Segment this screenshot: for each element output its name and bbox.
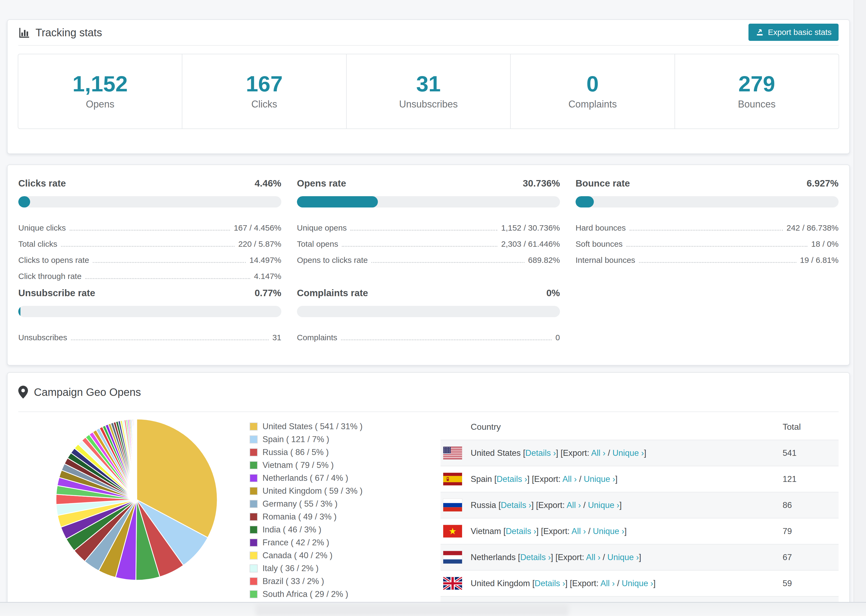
export-unique-link[interactable]: Unique ›: [584, 475, 615, 484]
rate-row-clicks-to-opens-rate: Clicks to opens rate14.497%: [18, 252, 281, 268]
rate-row-label: Click through rate: [18, 272, 82, 281]
export-unique-link[interactable]: Unique ›: [612, 448, 644, 458]
legend-label: Canada ( 40 / 2% ): [263, 551, 332, 560]
flag-ru-icon: [443, 499, 462, 511]
rate-row-value: 2,303 / 61.446%: [501, 239, 560, 248]
country-cell: Vietnam [Details ›] [Export: All › / Uni…: [471, 526, 783, 536]
rate-row-internal-bounces: Internal bounces19 / 6.81%: [576, 252, 839, 268]
flag-es-icon: [443, 473, 462, 486]
table-row-russia: Russia [Details ›] [Export: All › / Uniq…: [441, 492, 839, 518]
progress-bar-fill: [297, 196, 378, 207]
legend-swatch: [250, 577, 258, 585]
dotted-leader: [70, 230, 230, 231]
export-all-link[interactable]: All ›: [591, 448, 605, 458]
total-cell: 541: [783, 448, 839, 458]
page-title: Tracking stats: [36, 27, 102, 39]
bracket-text: ] [Export:: [531, 500, 567, 510]
export-all-link[interactable]: All ›: [562, 475, 576, 484]
bracket-text: ]: [624, 526, 627, 536]
legend-swatch: [250, 448, 258, 456]
legend-item-romania: Romania ( 49 / 3% ): [250, 512, 376, 522]
total-cell: 121: [783, 475, 839, 484]
country-name: United Kingdom: [471, 579, 532, 588]
bracket-text: ] [Export:: [536, 526, 572, 536]
export-unique-link[interactable]: Unique ›: [593, 526, 624, 536]
details-link[interactable]: Details ›: [535, 579, 565, 588]
rate-row-opens-to-clicks-rate: Opens to clicks rate689.82%: [297, 252, 560, 268]
stat-label: Bounces: [738, 99, 776, 110]
legend-label: Vietnam ( 79 / 5% ): [263, 460, 334, 470]
rate-row-unique-opens: Unique opens1,152 / 30.736%: [297, 220, 560, 236]
bracket-text: ] [Export:: [565, 579, 601, 588]
rates-card: Clicks rate4.46%Unique clicks167 / 4.456…: [7, 165, 850, 366]
rate-title: Clicks rate: [18, 178, 66, 189]
export-all-link[interactable]: All ›: [586, 553, 600, 562]
export-unique-link[interactable]: Unique ›: [607, 553, 639, 562]
rate-value: 0%: [546, 288, 560, 298]
rate-panel-header: Bounce rate6.927%: [576, 178, 839, 189]
rate-row-label: Unique clicks: [18, 223, 66, 233]
rate-row-label: Clicks to opens rate: [18, 256, 89, 265]
bracket-text: ] [Export:: [556, 448, 591, 458]
geo-pie-chart[interactable]: [53, 416, 220, 616]
country-name: Russia: [471, 500, 498, 510]
legend-item-south-africa: South Africa ( 29 / 2% ): [250, 589, 376, 599]
rate-row-click-through-rate: Click through rate4.147%: [18, 268, 281, 284]
geo-header: Campaign Geo Opens: [18, 373, 839, 412]
rates-grid: Clicks rate4.46%Unique clicks167 / 4.456…: [18, 178, 839, 346]
map-pin-icon: [18, 385, 28, 399]
dotted-leader: [342, 246, 497, 247]
legend-label: South Africa ( 29 / 2% ): [263, 589, 348, 599]
legend-item-vietnam: Vietnam ( 79 / 5% ): [250, 460, 376, 470]
details-link[interactable]: Details ›: [497, 475, 527, 484]
legend-swatch: [250, 564, 258, 572]
page-scrollbar[interactable]: [853, 0, 866, 616]
export-unique-link[interactable]: Unique ›: [622, 579, 653, 588]
rate-rows: Unsubscribes31: [18, 330, 281, 346]
rate-row-total-clicks: Total clicks220 / 5.87%: [18, 236, 281, 252]
dotted-leader: [372, 262, 524, 263]
legend-item-france: France ( 42 / 2% ): [250, 538, 376, 547]
page-bottom-band: [0, 602, 866, 616]
table-row-netherlands: Netherlands [Details ›] [Export: All › /…: [441, 544, 839, 570]
dotted-leader: [93, 262, 246, 263]
details-link[interactable]: Details ›: [501, 500, 531, 510]
rate-title: Bounce rate: [576, 178, 630, 189]
total-cell: 86: [783, 500, 839, 510]
details-link[interactable]: Details ›: [525, 448, 556, 458]
export-all-link[interactable]: All ›: [572, 526, 586, 536]
export-all-link[interactable]: All ›: [567, 500, 581, 510]
pie-slice-other-36[interactable]: [136, 419, 137, 500]
export-all-link[interactable]: All ›: [600, 579, 614, 588]
table-row-united-states: United States [Details ›] [Export: All ›…: [441, 440, 839, 466]
country-cell: Russia [Details ›] [Export: All › / Uniq…: [471, 500, 783, 510]
rate-panel-unsubscribe-rate: Unsubscribe rate0.77%Unsubscribes31: [18, 288, 281, 346]
rate-row-label: Total clicks: [18, 239, 57, 248]
flag-nl-icon: [443, 551, 462, 564]
details-link[interactable]: Details ›: [520, 553, 551, 562]
legend-swatch: [250, 435, 258, 443]
rate-row-value: 220 / 5.87%: [238, 239, 281, 248]
export-basic-stats-button[interactable]: Export basic stats: [748, 24, 839, 41]
export-unique-link[interactable]: Unique ›: [588, 500, 619, 510]
dotted-leader: [627, 246, 808, 247]
bar-chart-icon: [18, 26, 31, 39]
rate-row-soft-bounces: Soft bounces18 / 0%: [576, 236, 839, 252]
dotted-leader: [85, 278, 250, 279]
rate-row-value: 18 / 0%: [811, 239, 839, 248]
legend-item-netherlands: Netherlands ( 67 / 4% ): [250, 473, 376, 483]
rate-rows: Unique clicks167 / 4.456%Total clicks220…: [18, 220, 281, 284]
rate-panel-clicks-rate: Clicks rate4.46%Unique clicks167 / 4.456…: [18, 178, 281, 284]
rate-title: Opens rate: [297, 178, 346, 189]
rate-row-value: 0: [555, 333, 560, 342]
rate-row-unsubscribes: Unsubscribes31: [18, 330, 281, 346]
details-link[interactable]: Details ›: [505, 526, 536, 536]
rate-panel-bounce-rate: Bounce rate6.927%Hard bounces242 / 86.73…: [576, 178, 839, 284]
flag-us-icon: [443, 447, 462, 459]
legend-swatch: [250, 423, 258, 431]
country-cell: Spain [Details ›] [Export: All › / Uniqu…: [471, 475, 783, 484]
progress-bar: [18, 196, 281, 207]
legend-swatch: [250, 461, 258, 469]
bracket-text: ]: [644, 448, 646, 458]
flag-vn-icon: [443, 525, 462, 537]
